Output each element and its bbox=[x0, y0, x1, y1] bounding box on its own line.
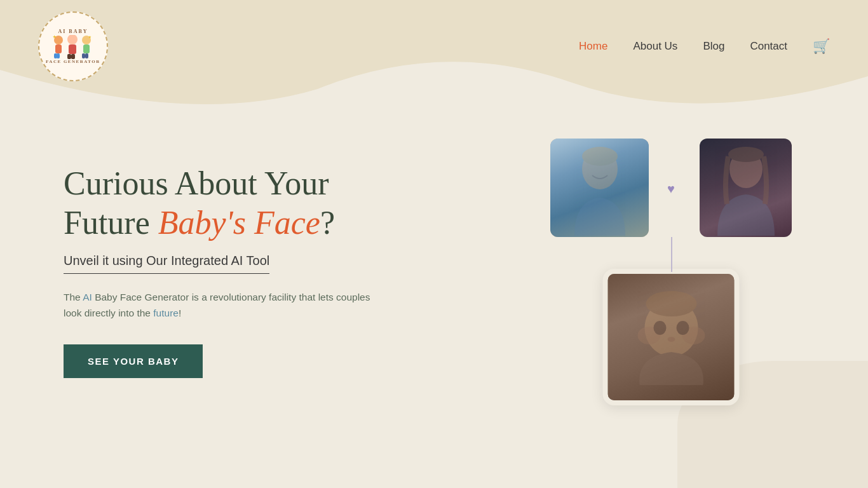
photo-woman bbox=[700, 139, 792, 237]
man-photo-placeholder bbox=[550, 139, 649, 237]
woman-silhouette bbox=[714, 140, 778, 236]
cart-icon[interactable]: 🛒 bbox=[813, 38, 830, 54]
svg-rect-10 bbox=[82, 53, 85, 58]
hero-heading-line2-normal: Future bbox=[64, 205, 158, 241]
hero-description: The AI Baby Face Generator is a revoluti… bbox=[64, 289, 381, 322]
logo-figures: ★ ★ bbox=[52, 35, 93, 59]
navbar: AI BABY bbox=[0, 0, 868, 81]
nav-link-home[interactable]: Home bbox=[579, 40, 607, 52]
svg-rect-11 bbox=[85, 53, 88, 58]
logo-inner: AI BABY bbox=[46, 29, 100, 64]
woman-photo-placeholder bbox=[700, 139, 792, 237]
nav-item-blog[interactable]: Blog bbox=[703, 40, 724, 53]
nav-item-home[interactable]: Home bbox=[579, 40, 607, 53]
svg-rect-7 bbox=[71, 54, 75, 59]
svg-rect-5 bbox=[69, 44, 76, 54]
baby-photo-placeholder bbox=[608, 274, 735, 400]
logo-circle: AI BABY bbox=[38, 11, 108, 81]
photo-man bbox=[550, 139, 649, 237]
hero-heading: Curious About Your Future Baby's Face? bbox=[64, 164, 381, 243]
connector-line bbox=[671, 237, 672, 272]
nav-links: Home About Us Blog Contact 🛒 bbox=[579, 38, 830, 55]
logo-text-bottom: FACE GENERATOR bbox=[46, 59, 100, 64]
hero-desc-part1: The bbox=[64, 292, 83, 302]
hero-subheading: Unveil it using Our Integrated AI Tool bbox=[64, 254, 269, 274]
svg-point-4 bbox=[67, 35, 78, 44]
svg-point-22 bbox=[653, 321, 666, 335]
logo-text-top: AI BABY bbox=[58, 29, 88, 35]
baby-silhouette bbox=[620, 277, 722, 398]
hero-heading-suffix: ? bbox=[320, 205, 335, 241]
man-silhouette bbox=[568, 140, 632, 236]
svg-text:★: ★ bbox=[88, 36, 92, 39]
svg-rect-3 bbox=[57, 53, 60, 58]
heart-icon: ♥ bbox=[667, 182, 675, 196]
nav-item-contact[interactable]: Contact bbox=[750, 40, 787, 53]
logo[interactable]: AI BABY bbox=[38, 11, 108, 81]
nav-link-about[interactable]: About Us bbox=[633, 40, 677, 52]
photo-baby bbox=[603, 269, 740, 405]
svg-point-17 bbox=[728, 147, 764, 162]
nav-link-contact[interactable]: Contact bbox=[750, 40, 787, 52]
svg-rect-1 bbox=[55, 44, 62, 53]
nav-link-blog[interactable]: Blog bbox=[703, 40, 724, 52]
hero-heading-highlight: Baby's Face bbox=[158, 205, 320, 241]
svg-point-23 bbox=[676, 321, 689, 335]
svg-point-24 bbox=[667, 337, 675, 342]
hero-content: Curious About Your Future Baby's Face? U… bbox=[64, 145, 381, 378]
hero-heading-line1: Curious About Your bbox=[64, 165, 329, 201]
svg-point-15 bbox=[582, 147, 618, 166]
svg-point-21 bbox=[646, 291, 696, 316]
hero-desc-part2: Baby Face Generator is a revolutionary f… bbox=[64, 292, 370, 319]
hero-photos-collage: ♥ bbox=[550, 139, 792, 405]
hero-desc-future: future bbox=[153, 308, 179, 318]
svg-rect-6 bbox=[67, 54, 71, 59]
hero-desc-part3: ! bbox=[179, 308, 181, 318]
svg-rect-9 bbox=[83, 44, 90, 53]
cta-see-baby-button[interactable]: SEE YOUR BABY bbox=[64, 344, 203, 378]
hero-section: Curious About Your Future Baby's Face? U… bbox=[0, 107, 868, 431]
nav-item-about[interactable]: About Us bbox=[633, 40, 677, 53]
nav-item-cart[interactable]: 🛒 bbox=[813, 38, 830, 55]
hero-desc-ai: AI bbox=[83, 292, 92, 302]
